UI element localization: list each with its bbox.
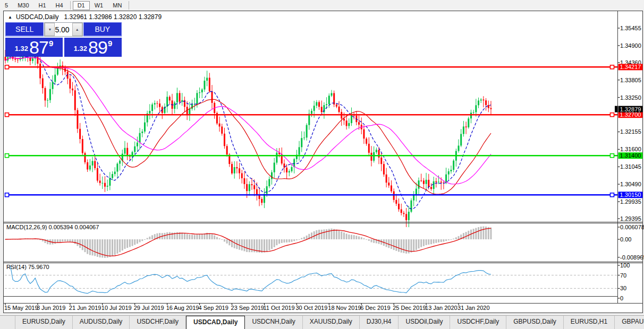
date-axis-label: 23 Sep 2019 (231, 305, 264, 311)
timeframe-button-MN[interactable]: MN (108, 1, 126, 10)
date-axis-label: 18 Nov 2019 (328, 305, 361, 311)
tab-usdchf-daily[interactable]: USDCHF,Daily (450, 316, 506, 329)
svg-text:1.32700: 1.32700 (620, 111, 641, 118)
price-axis-label: 1.33805 (620, 77, 641, 83)
macd-label: MACD(12,26,9) 0.005394 0.004067 (6, 224, 99, 230)
rsi-axis-label: 70 (620, 272, 626, 279)
timeframe-button-D1[interactable]: D1 (73, 1, 90, 10)
price-axis-label: 1.31045 (620, 163, 641, 170)
price-axis-label: 1.33250 (620, 94, 641, 101)
sell-price-prefix: 1.32 (15, 45, 28, 53)
buy-price-big: 89 (88, 40, 107, 55)
tab-gbpaud-h1[interactable]: GBPAUD,H1 (615, 316, 644, 329)
rsi-axis-label: 30 (620, 285, 626, 291)
tab-usdcnh-daily[interactable]: USDCNH,Daily (245, 316, 302, 329)
macd-axis-label: 0.006078 (620, 224, 644, 230)
price-axis-label: 1.35455 (620, 25, 641, 31)
volume-input[interactable]: 5.00 (55, 23, 72, 36)
price-axis-label: 1.31600 (620, 146, 641, 152)
buy-price-prefix: 1.32 (74, 45, 87, 53)
date-axis: 15 May 20193 Jun 201921 Jun 201910 Jul 2… (4, 304, 490, 311)
svg-text:1.32879: 1.32879 (620, 106, 641, 112)
symbol-tab-bar: EURUSD,DailyAUDUSD,DailyUSDCHF,DailyUSDC… (0, 315, 644, 329)
one-click-trade-panel: SELL ▼ 5.00 ▲ BUY 1.32 87 9 1.32 89 9 (5, 22, 122, 57)
timeframe-button-H4[interactable]: H4 (51, 1, 68, 10)
timeframe-button-W1[interactable]: W1 (90, 1, 108, 10)
date-axis-label: 15 May 2019 (4, 305, 38, 311)
price-axis-label: 1.30490 (620, 181, 641, 187)
chart-ohlc-values: 1.32961 1.32986 1.32820 1.32879 (64, 13, 162, 21)
svg-text:1.34217: 1.34217 (620, 64, 641, 70)
svg-text:1.31400: 1.31400 (620, 152, 641, 159)
tab-dj30-h4[interactable]: DJ30,H4 (360, 316, 399, 329)
price-axis-label: 1.34900 (620, 42, 641, 49)
toolbar-separator (129, 1, 129, 10)
tab-xauusd-daily[interactable]: XAUUSD,Daily (303, 316, 360, 329)
date-axis-label: 25 Dec 2019 (393, 305, 426, 311)
buy-button[interactable]: BUY (83, 22, 122, 37)
volume-stepper: ▼ 5.00 ▲ (44, 22, 82, 37)
chart-symbol-label: USDCAD,Daily (16, 13, 59, 21)
volume-increase-icon[interactable]: ▲ (72, 23, 82, 36)
svg-text:1.30150: 1.30150 (620, 192, 641, 198)
tab-audusd-daily[interactable]: AUDUSD,Daily (73, 316, 130, 329)
tab-eurusd-h1[interactable]: EURUSD,H1 (564, 316, 615, 329)
tab-usdcad-daily[interactable]: USDCAD,Daily (186, 316, 245, 329)
tab-eurusd-daily[interactable]: EURUSD,Daily (15, 316, 73, 329)
date-axis-label: 21 Jun 2019 (69, 305, 101, 311)
chart-window: 1.354551.349001.343601.338051.332501.321… (0, 11, 644, 314)
current-price-tag: 1.32879 (615, 106, 643, 112)
tab-usdchf-daily[interactable]: USDCHF,Daily (130, 316, 186, 329)
buy-price-box[interactable]: 1.32 89 9 (64, 38, 122, 57)
date-axis-label: 6 Dec 2019 (360, 305, 390, 311)
chart-header: ▲ USDCAD,Daily 1.32961 1.32986 1.32820 1… (8, 13, 162, 21)
date-axis-label: 11 Oct 2019 (263, 305, 294, 311)
sell-price-box[interactable]: 1.32 87 9 (5, 38, 63, 57)
date-axis-label: 4 Sep 2019 (199, 305, 228, 311)
macd-axis-label: 0.00 (620, 236, 631, 243)
date-axis-label: 29 Jul 2019 (134, 305, 164, 311)
date-axis-label: 30 Oct 2019 (295, 305, 327, 311)
buy-price-sup: 9 (108, 39, 112, 48)
tab-usdoil-daily[interactable]: USDOil,Daily (399, 316, 450, 329)
price-axis-label: 1.29935 (620, 198, 641, 205)
price-level-tag: 1.32700 (618, 111, 643, 118)
price-level-tag: 1.31400 (618, 152, 643, 159)
toolbar-separator (70, 1, 71, 10)
price-axis-label: 1.29395 (620, 215, 641, 222)
date-axis-label: 13 Jan 2020 (425, 305, 457, 311)
date-axis-label: 16 Aug 2019 (166, 305, 199, 311)
rsi-label: RSI(14) 75.9670 (6, 264, 49, 270)
date-axis-label: 3 Jun 2019 (37, 305, 65, 311)
price-level-tag: 1.30150 (618, 192, 643, 198)
price-axis-label: 1.32155 (620, 128, 641, 135)
volume-decrease-icon[interactable]: ▼ (45, 23, 55, 36)
price-level-tag: 1.34217 (618, 64, 643, 70)
timeframe-button-5[interactable]: 5 (0, 1, 13, 10)
sell-price-sup: 9 (49, 39, 53, 48)
collapse-triangle-icon[interactable]: ▲ (8, 15, 12, 20)
macd-axis-label: -0.008965 (620, 254, 644, 261)
timeframe-button-M30[interactable]: M30 (13, 1, 33, 10)
sell-price-big: 87 (29, 40, 48, 55)
tab-gbpusd-daily[interactable]: GBPUSD,Daily (506, 316, 564, 329)
rsi-axis-label: 100 (620, 262, 630, 269)
sell-button[interactable]: SELL (5, 22, 44, 37)
timeframe-button-H1[interactable]: H1 (34, 1, 51, 10)
rsi-axis-label: 0 (620, 295, 623, 301)
date-axis-label: 31 Jan 2020 (457, 305, 490, 311)
date-axis-label: 10 Jul 2019 (101, 305, 132, 311)
timeframe-toolbar: 5M30H1H4D1W1MN (0, 0, 644, 11)
